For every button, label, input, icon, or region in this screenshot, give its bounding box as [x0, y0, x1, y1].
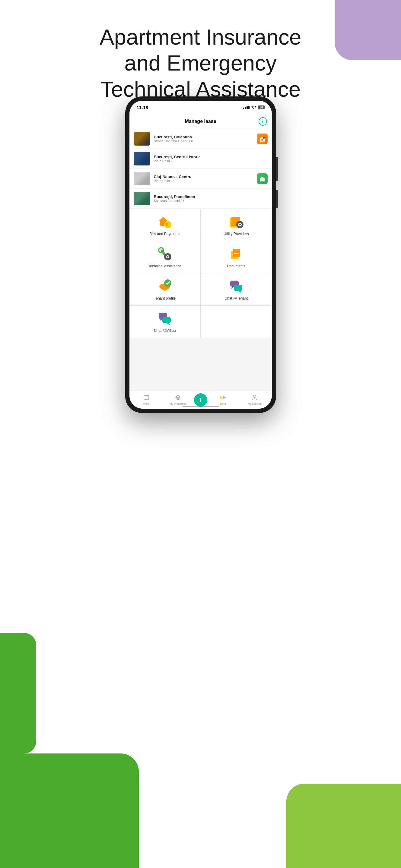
- property-info: București, Pantelimon Șoseaua Fundeni 23: [154, 194, 268, 203]
- property-thumbnail: [134, 132, 150, 146]
- bills-label: Bills and Payments: [149, 232, 180, 236]
- signal-icon: [243, 106, 250, 109]
- svg-point-16: [239, 224, 241, 225]
- empty-cell: [201, 306, 272, 338]
- app-header: Manage lease i: [130, 114, 272, 129]
- property-city: București, Pantelimon: [154, 194, 268, 199]
- nav-my-properties[interactable]: My Properties: [162, 395, 194, 405]
- bills-payments-button[interactable]: € Bills and Payments: [130, 209, 201, 241]
- tenant-label: Tenant profile: [154, 296, 176, 301]
- property-city: București, Colentina: [154, 135, 253, 139]
- utility-providers-button[interactable]: Utility Providers: [201, 209, 272, 241]
- property-item[interactable]: București, Pantelimon Șoseaua Fundeni 23: [130, 189, 272, 209]
- add-button[interactable]: +: [194, 393, 207, 407]
- chat-tenant-icon: [228, 278, 244, 294]
- svg-point-21: [167, 256, 169, 258]
- key-icon: [220, 395, 226, 402]
- bg-decoration-green-left: [0, 633, 36, 753]
- technical-assistance-button[interactable]: Technical assistance: [130, 241, 201, 273]
- svg-marker-31: [238, 291, 242, 293]
- status-bar: 11:18 56: [130, 101, 272, 114]
- app-header-title: Manage lease: [185, 119, 216, 124]
- home-icon: [175, 395, 181, 402]
- property-info: Cluj-Napoca, Centru Piața Unirii 23: [154, 175, 253, 183]
- property-badge: [257, 173, 268, 184]
- documents-label: Documents: [227, 264, 245, 268]
- wifi-icon: [251, 105, 256, 110]
- property-item[interactable]: București, Centrul Istoric Piața Unirii …: [130, 149, 272, 169]
- phone-mockup: 11:18 56: [125, 96, 276, 413]
- chat-tenant-button[interactable]: Chat @Tenant: [201, 273, 272, 305]
- nav-visits-label: Visits: [143, 402, 149, 405]
- svg-rect-43: [177, 398, 179, 400]
- nav-rent[interactable]: Rent: [207, 395, 239, 405]
- property-address: Strada Doamna Ghica 500: [154, 139, 253, 143]
- nav-rent-label: Rent: [220, 402, 226, 405]
- nav-account[interactable]: My account: [239, 395, 271, 405]
- technical-icon: [157, 246, 173, 261]
- property-info: București, Centrul Istoric Piața Unirii …: [154, 155, 268, 163]
- battery-indicator: 56: [258, 105, 264, 110]
- property-info: București, Colentina Strada Doamna Ghica…: [154, 135, 253, 143]
- bg-decoration-green-bottom-left: [0, 753, 139, 868]
- property-address: Piața Unirii 23: [154, 179, 253, 183]
- documents-button[interactable]: Documents: [201, 241, 272, 273]
- status-time: 11:18: [137, 105, 148, 110]
- property-thumbnail: [134, 192, 150, 205]
- svg-point-44: [221, 396, 224, 399]
- utility-icon: [228, 214, 244, 229]
- property-address: Șoseaua Fundeni 23: [154, 199, 268, 203]
- tenant-icon: [157, 278, 173, 294]
- property-thumbnail: [134, 152, 150, 165]
- svg-marker-9: [159, 217, 168, 221]
- feature-grid: € Bills and Payments: [130, 209, 272, 338]
- status-icons: 56: [243, 105, 264, 110]
- technical-label: Technical assistance: [148, 264, 181, 268]
- info-button[interactable]: i: [259, 117, 267, 126]
- svg-rect-34: [162, 317, 171, 323]
- svg-marker-35: [167, 323, 170, 326]
- property-badge: € ⚙: [257, 133, 268, 144]
- property-city: Cluj-Napoca, Centru: [154, 175, 253, 179]
- calendar-icon: 21: [143, 394, 149, 402]
- property-city: București, Centrul Istoric: [154, 155, 268, 159]
- property-thumbnail: [134, 172, 150, 185]
- svg-text:€: €: [166, 222, 168, 227]
- chat-tenant-label: Chat @Tenant: [225, 296, 248, 301]
- nav-account-label: My account: [248, 402, 262, 405]
- home-indicator: [182, 406, 219, 407]
- svg-text:21: 21: [145, 398, 147, 399]
- property-address: Piața Unirii 2: [154, 159, 268, 163]
- nav-add[interactable]: +: [194, 393, 207, 407]
- nav-visits[interactable]: 21 Visits: [131, 394, 162, 405]
- page-title: Apartment Insurance and Emergency Techni…: [0, 24, 401, 102]
- chat-milluu-button[interactable]: Chat @Milluu: [130, 306, 201, 338]
- svg-rect-6: [260, 179, 265, 181]
- bills-icon: €: [157, 214, 173, 229]
- property-item[interactable]: Cluj-Napoca, Centru Piața Unirii 23: [130, 169, 272, 189]
- nav-properties-label: My Properties: [170, 402, 187, 405]
- svg-point-48: [254, 395, 256, 398]
- chat-milluu-label: Chat @Milluu: [154, 329, 176, 333]
- bg-decoration-green-bottom-right: [286, 784, 401, 868]
- documents-icon: [228, 246, 244, 261]
- svg-marker-41: [176, 395, 180, 397]
- svg-marker-7: [259, 177, 265, 179]
- svg-rect-30: [234, 285, 242, 291]
- utility-label: Utility Providers: [224, 232, 249, 236]
- app-content: București, Colentina Strada Doamna Ghica…: [130, 129, 272, 391]
- property-item[interactable]: București, Colentina Strada Doamna Ghica…: [130, 129, 272, 149]
- tenant-profile-button[interactable]: Tenant profile: [130, 273, 201, 305]
- person-icon: [252, 395, 258, 402]
- chat-milluu-icon: [157, 310, 173, 326]
